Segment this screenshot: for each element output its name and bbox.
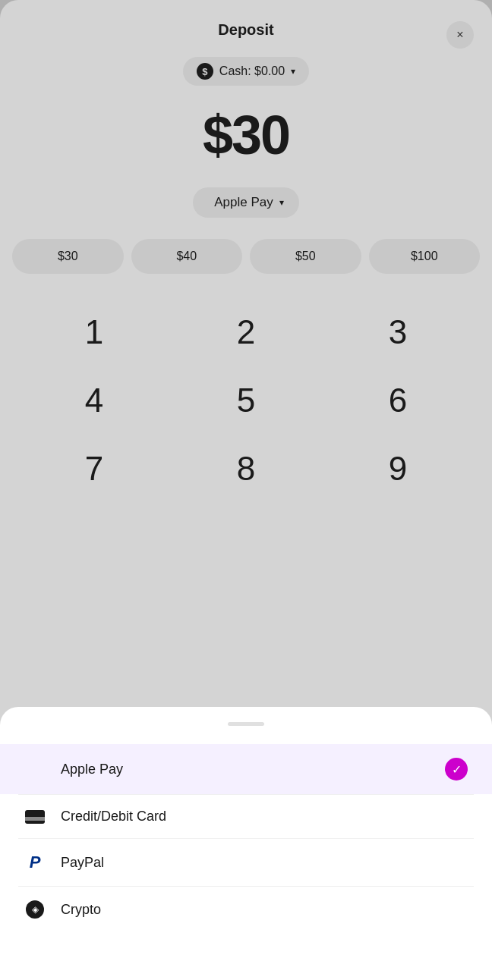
apple-pay-label: Apple Pay [61,762,430,777]
numpad-key-3[interactable]: 3 [322,298,474,366]
payment-option-card[interactable]: Credit/Debit Card [0,795,492,838]
payment-dropdown-arrow: ▾ [279,197,284,208]
credit-card-icon [24,810,46,824]
modal-title: Deposit [218,21,273,39]
cash-balance-label: Cash: $0.00 [219,64,285,78]
payment-option-crypto[interactable]: ◈ Crypto [0,887,492,932]
quick-amount-100[interactable]: $100 [369,239,481,274]
crypto-label: Crypto [61,902,468,918]
quick-amounts-row: $30 $40 $50 $100 [0,239,492,274]
numpad-key-9[interactable]: 9 [322,435,474,503]
payment-method-pill[interactable]: Apple Pay ▾ [193,187,299,218]
numpad-key-7[interactable]: 7 [18,435,170,503]
paypal-label: PayPal [61,855,468,871]
quick-amount-30[interactable]: $30 [12,239,124,274]
cash-balance-pill[interactable]: $ Cash: $0.00 ▾ [183,57,309,86]
numpad-key-1[interactable]: 1 [18,298,170,366]
modal-header: Deposit × [0,0,492,51]
numpad-key-2[interactable]: 2 [170,298,322,366]
payment-method-label: Apple Pay [214,195,273,210]
cash-dropdown-arrow: ▾ [291,66,295,77]
paypal-icon: P [24,853,46,872]
quick-amount-50[interactable]: $50 [250,239,361,274]
crypto-icon: ◈ [24,900,46,919]
modal-overlay: Deposit × $ Cash: $0.00 ▾ $30 Apple Pay … [0,0,492,743]
close-icon: × [456,28,463,42]
numpad-key-8[interactable]: 8 [170,435,322,503]
payment-option-apple-pay[interactable]: Apple Pay ✓ [0,744,492,794]
drag-handle [228,722,264,726]
credit-card-label: Credit/Debit Card [61,809,468,825]
payment-option-paypal[interactable]: P PayPal [0,839,492,886]
bottom-sheet: Apple Pay ✓ Credit/Debit Card P PayPal ◈… [0,707,492,980]
amount-display: $30 [0,104,492,166]
close-button[interactable]: × [446,21,474,49]
numpad: 1 2 3 4 5 6 7 8 9 [0,298,492,503]
numpad-key-5[interactable]: 5 [170,366,322,435]
selected-check-badge: ✓ [445,758,468,781]
numpad-key-6[interactable]: 6 [322,366,474,435]
quick-amount-40[interactable]: $40 [131,239,243,274]
cash-icon: $ [197,63,213,80]
numpad-key-4[interactable]: 4 [18,366,170,435]
